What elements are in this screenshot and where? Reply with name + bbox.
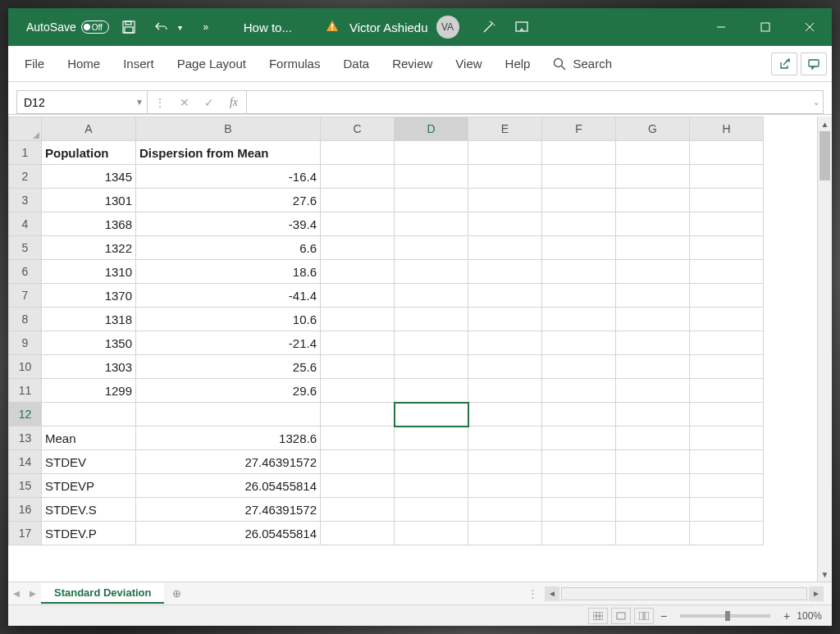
cell-H4[interactable]: [690, 212, 764, 236]
cell-B14[interactable]: 27.46391572: [136, 450, 321, 474]
cell-E15[interactable]: [468, 474, 542, 498]
cell-D7[interactable]: [395, 284, 468, 308]
tab-file[interactable]: File: [13, 48, 56, 79]
cell-B5[interactable]: 6.6: [136, 236, 321, 260]
normal-view-button[interactable]: [588, 608, 608, 624]
cell-A7[interactable]: 1370: [42, 284, 136, 308]
cell-G9[interactable]: [616, 331, 690, 355]
cell-F17[interactable]: [542, 522, 616, 545]
cell-C8[interactable]: [321, 308, 395, 331]
user-name[interactable]: Victor Ashiedu: [349, 21, 428, 34]
cell-B7[interactable]: -41.4: [136, 284, 321, 308]
cell-B3[interactable]: 27.6: [136, 189, 321, 212]
cell-B13[interactable]: 1328.6: [136, 426, 321, 450]
tab-help[interactable]: Help: [494, 48, 542, 79]
close-button[interactable]: [788, 8, 832, 46]
row-header-14[interactable]: 14: [9, 450, 42, 474]
cancel-formula-button[interactable]: ✕: [172, 96, 197, 109]
cell-D16[interactable]: [395, 498, 468, 522]
cell-D15[interactable]: [395, 474, 468, 498]
row-header-17[interactable]: 17: [9, 522, 42, 545]
cell-D5[interactable]: [395, 236, 468, 260]
cell-C13[interactable]: [321, 426, 395, 450]
cell-E13[interactable]: [468, 426, 542, 450]
cell-F8[interactable]: [542, 308, 616, 331]
cell-B2[interactable]: -16.4: [136, 165, 321, 189]
maximize-button[interactable]: [743, 8, 788, 46]
warning-icon[interactable]: [325, 19, 340, 36]
cell-C10[interactable]: [321, 355, 395, 379]
column-header-G[interactable]: G: [616, 117, 690, 141]
cell-H10[interactable]: [690, 355, 764, 379]
cell-H11[interactable]: [690, 379, 764, 403]
cell-H17[interactable]: [690, 522, 764, 545]
cell-B10[interactable]: 25.6: [136, 355, 321, 379]
cell-C12[interactable]: [321, 403, 395, 426]
toggle-switch[interactable]: Off: [81, 21, 109, 34]
cell-C7[interactable]: [321, 284, 395, 308]
cell-D11[interactable]: [395, 379, 468, 403]
row-header-4[interactable]: 4: [9, 212, 42, 236]
cell-F1[interactable]: [542, 141, 616, 165]
select-all-corner[interactable]: [9, 117, 42, 141]
tab-home[interactable]: Home: [56, 48, 112, 79]
row-header-3[interactable]: 3: [9, 189, 42, 212]
cell-A9[interactable]: 1350: [42, 331, 136, 355]
row-header-16[interactable]: 16: [9, 498, 42, 522]
cell-H9[interactable]: [690, 331, 764, 355]
cell-E7[interactable]: [468, 284, 542, 308]
insert-function-button[interactable]: fx: [221, 96, 246, 109]
zoom-out-button[interactable]: −: [657, 609, 670, 623]
cell-E17[interactable]: [468, 522, 542, 545]
cell-A15[interactable]: STDEVP: [42, 474, 136, 498]
cell-E6[interactable]: [468, 260, 542, 284]
cell-C15[interactable]: [321, 474, 395, 498]
cell-D6[interactable]: [395, 260, 468, 284]
cell-E1[interactable]: [468, 141, 542, 165]
cell-E4[interactable]: [468, 212, 542, 236]
cell-A16[interactable]: STDEV.S: [42, 498, 136, 522]
cell-C3[interactable]: [321, 189, 395, 212]
cell-E5[interactable]: [468, 236, 542, 260]
cell-C9[interactable]: [321, 331, 395, 355]
cell-E12[interactable]: [468, 403, 542, 426]
cell-A13[interactable]: Mean: [42, 426, 136, 450]
cell-D12[interactable]: [395, 403, 468, 426]
column-header-A[interactable]: A: [42, 117, 136, 141]
cell-A4[interactable]: 1368: [42, 212, 136, 236]
cell-G1[interactable]: [616, 141, 690, 165]
cell-A12[interactable]: [42, 403, 136, 426]
cell-A6[interactable]: 1310: [42, 260, 136, 284]
cell-C6[interactable]: [321, 260, 395, 284]
formula-input[interactable]: ⌄: [247, 90, 824, 114]
cell-G2[interactable]: [616, 165, 690, 189]
enter-formula-button[interactable]: ✓: [197, 96, 221, 109]
row-header-15[interactable]: 15: [9, 474, 42, 498]
cell-D8[interactable]: [395, 308, 468, 331]
tab-data[interactable]: Data: [331, 48, 381, 79]
undo-dropdown-icon[interactable]: ▾: [175, 14, 186, 40]
cell-E3[interactable]: [468, 189, 542, 212]
tab-nav-prev[interactable]: ◄: [8, 587, 25, 600]
expand-formula-icon[interactable]: ⌄: [813, 98, 819, 107]
more-commands-icon[interactable]: »: [193, 14, 219, 40]
cell-G17[interactable]: [616, 522, 690, 545]
cell-B11[interactable]: 29.6: [136, 379, 321, 403]
cell-A11[interactable]: 1299: [42, 379, 136, 403]
cell-G4[interactable]: [616, 212, 690, 236]
page-layout-view-button[interactable]: [611, 608, 631, 624]
row-header-2[interactable]: 2: [9, 165, 42, 189]
cell-A1[interactable]: Population: [42, 141, 136, 165]
cell-B16[interactable]: 27.46391572: [136, 498, 321, 522]
cell-G8[interactable]: [616, 308, 690, 331]
column-header-D[interactable]: D: [395, 117, 468, 141]
cell-F2[interactable]: [542, 165, 616, 189]
cell-D14[interactable]: [395, 450, 468, 474]
cell-B4[interactable]: -39.4: [136, 212, 321, 236]
cell-H1[interactable]: [690, 141, 764, 165]
cell-H5[interactable]: [690, 236, 764, 260]
cell-F13[interactable]: [542, 426, 616, 450]
cell-H15[interactable]: [690, 474, 764, 498]
row-header-5[interactable]: 5: [9, 236, 42, 260]
cell-A10[interactable]: 1303: [42, 355, 136, 379]
